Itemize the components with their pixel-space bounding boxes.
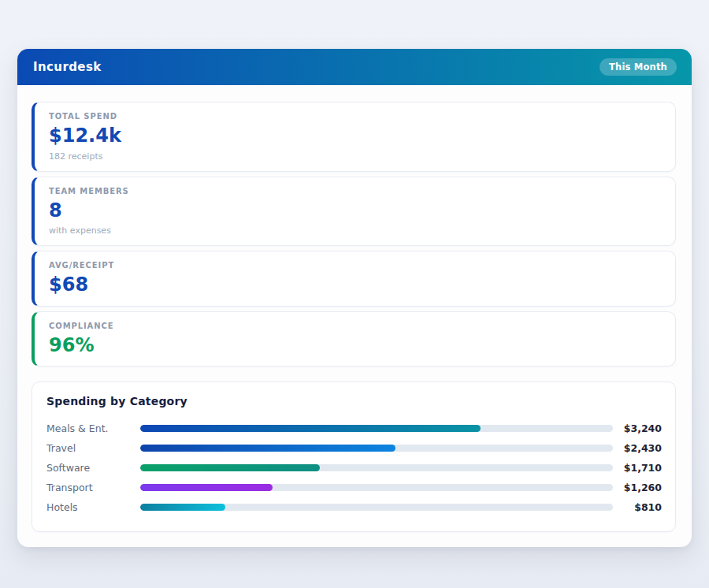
- category-label: Travel: [46, 442, 140, 454]
- category-bar-fill: [140, 425, 481, 432]
- category-value: $3,240: [613, 422, 662, 434]
- stat-label: TOTAL SPEND: [49, 112, 661, 121]
- stat-label: COMPLIANCE: [49, 322, 661, 330]
- category-bar-fill: [140, 445, 395, 452]
- stat-card-avg-receipt: AVG/RECEIPT $68: [32, 251, 676, 307]
- category-bar-track: [140, 464, 613, 471]
- category-bar-track: [140, 484, 613, 491]
- app-header: Incurdesk This Month: [17, 49, 692, 85]
- category-row: Meals & Ent.$3,240: [46, 419, 662, 438]
- category-bar-fill: [140, 484, 273, 491]
- dashboard-content: TOTAL SPEND $12.4k 182 receipts TEAM MEM…: [17, 85, 692, 547]
- stat-value: 96%: [49, 335, 661, 357]
- period-badge[interactable]: This Month: [599, 58, 677, 76]
- category-bar-fill: [140, 504, 225, 511]
- category-label: Software: [46, 462, 140, 474]
- category-label: Hotels: [46, 501, 140, 513]
- stat-card-total-spend: TOTAL SPEND $12.4k 182 receipts: [32, 102, 676, 172]
- category-label: Meals & Ent.: [46, 422, 140, 434]
- category-value: $2,430: [613, 442, 662, 454]
- stat-label: AVG/RECEIPT: [49, 261, 661, 270]
- category-value: $810: [613, 501, 662, 513]
- category-row: Hotels$810: [46, 497, 662, 517]
- dashboard-card: Incurdesk This Month TOTAL SPEND $12.4k …: [17, 49, 692, 547]
- category-row: Travel$2,430: [46, 438, 662, 458]
- spending-by-category-chart: Spending by Category Meals & Ent.$3,240T…: [32, 381, 676, 532]
- category-label: Transport: [46, 482, 140, 493]
- chart-title: Spending by Category: [46, 395, 662, 408]
- stat-value: $68: [49, 274, 661, 296]
- stat-label: TEAM MEMBERS: [49, 187, 661, 195]
- category-row: Transport$1,260: [46, 478, 662, 497]
- stat-value: $12.4k: [49, 125, 661, 147]
- stat-value: 8: [49, 200, 661, 222]
- category-value: $1,260: [613, 482, 662, 493]
- category-bar-track: [140, 504, 613, 511]
- category-bar-track: [140, 425, 613, 432]
- category-row: Software$1,710: [46, 458, 662, 478]
- category-bar-fill: [140, 464, 320, 471]
- stat-subtext: with expenses: [49, 225, 661, 236]
- app-title: Incurdesk: [33, 60, 102, 74]
- category-bars: Meals & Ent.$3,240Travel$2,430Software$1…: [46, 419, 662, 517]
- category-bar-track: [140, 445, 613, 452]
- stat-subtext: 182 receipts: [49, 151, 661, 162]
- category-value: $1,710: [613, 462, 662, 474]
- stat-card-compliance: COMPLIANCE 96%: [32, 311, 676, 367]
- stat-card-team-members: TEAM MEMBERS 8 with expenses: [32, 177, 676, 247]
